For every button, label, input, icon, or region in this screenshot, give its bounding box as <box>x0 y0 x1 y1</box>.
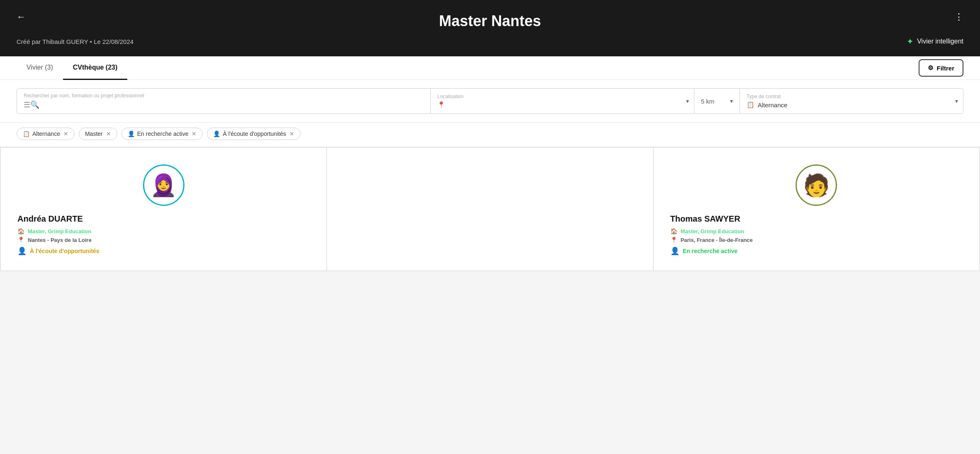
distance-field[interactable]: 5 km ▾ <box>694 88 740 114</box>
andrea-avatar-container: 🧕 <box>17 164 310 206</box>
andrea-formation: Master, Grimp Education <box>28 228 91 234</box>
contract-dropdown-arrow: ▾ <box>955 98 958 104</box>
location-label: Localisation <box>437 94 677 99</box>
vivier-icon: ✦ <box>907 36 914 46</box>
location-dropdown-arrow: ▾ <box>686 98 689 104</box>
tag-recherche-active: 👤 En recherche active ✕ <box>121 128 203 140</box>
thomas-avatar-container: 🧑 <box>670 164 963 206</box>
tag-recherche-icon: 👤 <box>128 130 135 137</box>
page-title: Master Nantes <box>17 8 963 36</box>
filter-icon: ⚙ <box>928 64 933 72</box>
thomas-location-icon: 📍 <box>670 237 677 243</box>
distance-value: 5 km <box>701 98 715 105</box>
search-name-field: Rechercher par nom, formation ou projet … <box>17 88 430 114</box>
tab-cvtheque[interactable]: CVthèque (23) <box>63 56 128 80</box>
search-name-label: Rechercher par nom, formation ou projet … <box>24 93 424 99</box>
cards-grid: 🧕 Andréa DUARTE 🏠 Master, Grimp Educatio… <box>0 147 980 271</box>
tag-master-label: Master <box>85 130 103 137</box>
menu-button[interactable]: ⋮ <box>954 12 963 22</box>
thomas-name: Thomas SAWYER <box>670 214 963 224</box>
contract-value: Alternance <box>758 101 788 109</box>
tag-ecoute-close[interactable]: ✕ <box>289 130 294 137</box>
andrea-location-icon: 📍 <box>17 237 24 243</box>
location-pin-icon: 📍 <box>437 101 445 109</box>
location-value: 📍 <box>437 101 677 109</box>
andrea-avatar: 🧕 <box>143 164 184 206</box>
contract-value-row: 📋 Alternance <box>747 101 946 109</box>
vivier-intelligent-label: ✦ Vivier intelligent <box>907 36 963 46</box>
card-andrea-duarte[interactable]: 🧕 Andréa DUARTE 🏠 Master, Grimp Educatio… <box>1 148 326 270</box>
tag-recherche-close[interactable]: ✕ <box>192 130 196 137</box>
tag-recherche-label: En recherche active <box>137 130 189 137</box>
andrea-formation-icon: 🏠 <box>17 228 24 234</box>
contract-label: Type de contrat <box>747 94 946 99</box>
filter-button[interactable]: ⚙ Filtrer <box>919 59 963 77</box>
tab-vivier[interactable]: Vivier (3) <box>17 56 63 80</box>
thomas-avatar: 🧑 <box>796 164 837 206</box>
back-button[interactable]: ← <box>17 12 26 22</box>
card-thomas-sawyer[interactable]: 🧑 Thomas SAWYER 🏠 Master, Grimp Educatio… <box>654 148 979 270</box>
tag-alternance: 📋 Alternance ✕ <box>17 128 75 140</box>
contract-icon: 📋 <box>747 101 754 109</box>
tag-master-close[interactable]: ✕ <box>106 130 111 137</box>
andrea-status-icon: 👤 <box>17 246 27 256</box>
tag-ecoute: 👤 À l'écoute d'opportunités ✕ <box>207 128 300 140</box>
thomas-location-row: 📍 Paris, France - Île-de-France <box>670 237 963 243</box>
tag-master: Master ✕ <box>79 128 117 140</box>
thomas-formation: Master, Grimp Education <box>681 228 744 234</box>
card-empty <box>327 148 653 270</box>
header-meta: Créé par Thibault GUERY • Le 22/08/2024 … <box>17 36 963 46</box>
andrea-formation-row: 🏠 Master, Grimp Education <box>17 228 310 234</box>
thomas-formation-icon: 🏠 <box>670 228 677 234</box>
tag-ecoute-icon: 👤 <box>213 130 220 137</box>
search-name-icon-row: ☰🔍 <box>24 100 424 109</box>
thomas-status: En recherche active <box>683 248 737 254</box>
thomas-location: Paris, France - Île-de-France <box>681 237 753 243</box>
header: ← ⋮ Master Nantes Créé par Thibault GUER… <box>0 0 980 56</box>
created-by: Créé par Thibault GUERY • Le 22/08/2024 <box>17 38 133 45</box>
thomas-status-icon: 👤 <box>670 246 679 256</box>
contract-field[interactable]: Type de contrat 📋 Alternance ▾ <box>740 88 963 114</box>
andrea-name: Andréa DUARTE <box>17 214 310 224</box>
tags-row: 📋 Alternance ✕ Master ✕ 👤 En recherche a… <box>0 123 980 147</box>
andrea-status: À l'écoute d'opportunités <box>30 248 99 254</box>
tag-alternance-close[interactable]: ✕ <box>63 130 68 137</box>
search-list-icon: ☰🔍 <box>24 100 39 109</box>
andrea-status-row: 👤 À l'écoute d'opportunités <box>17 246 310 256</box>
thomas-status-row: 👤 En recherche active <box>670 246 963 256</box>
tabs-bar: Vivier (3) CVthèque (23) ⚙ Filtrer <box>0 56 980 80</box>
search-row: Rechercher par nom, formation ou projet … <box>0 80 980 123</box>
andrea-location: Nantes - Pays de la Loire <box>28 237 92 243</box>
andrea-location-row: 📍 Nantes - Pays de la Loire <box>17 237 310 243</box>
thomas-formation-row: 🏠 Master, Grimp Education <box>670 228 963 234</box>
tag-alternance-icon: 📋 <box>23 130 30 137</box>
tag-alternance-label: Alternance <box>32 130 60 137</box>
location-field[interactable]: Localisation 📍 ▾ <box>430 88 694 114</box>
tag-ecoute-label: À l'écoute d'opportunités <box>223 130 286 137</box>
tabs: Vivier (3) CVthèque (23) <box>17 56 127 80</box>
distance-dropdown-arrow: ▾ <box>730 98 733 104</box>
